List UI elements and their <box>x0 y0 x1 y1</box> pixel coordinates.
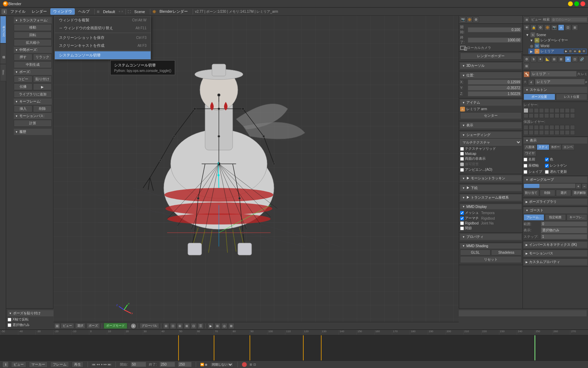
rp-icon-2[interactable]: 🔆 <box>466 17 473 23</box>
viewport-icon-2[interactable]: ⊡ <box>170 323 176 329</box>
cursor-header[interactable]: 3Dカーソル <box>460 63 521 69</box>
calculate-button[interactable]: 計算 <box>14 120 52 127</box>
player-16[interactable] <box>549 130 554 135</box>
end-value[interactable] <box>468 38 521 43</box>
remove-btn[interactable]: 削除 <box>540 190 555 196</box>
player-9[interactable] <box>565 125 570 130</box>
custom-prop-header[interactable]: カスタムプロパティ <box>524 259 587 265</box>
layer-19[interactable] <box>565 113 570 118</box>
r-ctrl-2[interactable]: ⊡ <box>568 49 572 53</box>
global-btn[interactable]: グローバル <box>140 323 159 329</box>
render-engine[interactable]: Blenderレンダー <box>157 8 191 15</box>
player-10[interactable] <box>570 125 575 130</box>
viewport-icon-4[interactable]: ⊠ <box>184 323 190 329</box>
xray-opt[interactable]: レントゲン <box>545 163 567 168</box>
rigid-opt[interactable]: Rigidbod Joint Na <box>460 221 521 225</box>
render-border-btn[interactable]: レンダーボーダー <box>460 53 521 60</box>
select-btn[interactable]: 選択 <box>556 190 571 196</box>
vp-view-btn[interactable]: ビュー <box>61 323 74 329</box>
filter-icon-4[interactable]: 🔆 <box>544 24 550 31</box>
glsl-btn[interactable]: GLSL <box>460 250 490 255</box>
prop-icon-5[interactable]: ⊞ <box>551 56 557 62</box>
layout-menu[interactable]: Default <box>100 9 118 14</box>
shape-opt[interactable]: シェイプ <box>524 169 542 174</box>
armature-opt[interactable]: アーマチ Rigidbod <box>460 216 521 221</box>
rp-icon-1[interactable]: 📷 <box>460 17 466 23</box>
prop-icon-7[interactable]: A <box>565 56 571 62</box>
tree-render-layer[interactable]: ▼ R レンダーレイヤー <box>528 38 587 43</box>
layer-8[interactable] <box>560 108 565 113</box>
paste-section[interactable]: ポーズを貼り付け <box>12 310 53 316</box>
tree-world[interactable]: ◎ W World <box>528 43 587 49</box>
prop-icon-3[interactable]: ✦ <box>537 56 544 62</box>
start-field[interactable] <box>131 362 146 367</box>
help-menu[interactable]: ヘルプ <box>75 8 92 15</box>
player-13[interactable] <box>534 130 539 135</box>
render-icon-2[interactable]: ⊞ <box>214 323 221 329</box>
layer-1[interactable] <box>524 108 528 113</box>
shadeless-btn[interactable]: Shadeless <box>491 250 521 255</box>
player-12[interactable] <box>529 130 534 135</box>
layer-4[interactable] <box>539 108 544 113</box>
reset-btn[interactable]: リセット <box>460 256 521 263</box>
prop-icon-8[interactable]: ⊡ <box>572 56 578 62</box>
prop-icon-10[interactable]: ⊞ <box>524 63 530 69</box>
end-field[interactable] <box>160 362 175 367</box>
name-opt[interactable]: 名前 <box>524 157 542 162</box>
layer-5[interactable] <box>544 108 549 113</box>
timeline-content[interactable] <box>0 335 588 360</box>
r-ctrl-1[interactable]: ▶ <box>564 49 568 53</box>
player-1[interactable] <box>524 125 528 130</box>
bpose-btn[interactable]: Bポー <box>550 144 561 150</box>
generate-button[interactable]: 中割生成 <box>14 61 52 68</box>
play-btn[interactable]: 再生 <box>72 361 83 368</box>
layer-16[interactable] <box>549 113 554 118</box>
render-icon-4[interactable]: ⊠ <box>228 323 234 329</box>
object-name-field[interactable] <box>530 71 577 77</box>
matcap-opt[interactable]: Matcap <box>460 152 521 156</box>
keyframe-section[interactable]: キーフレーム: <box>14 98 52 105</box>
ghost-header[interactable]: ゴースト <box>524 207 587 213</box>
viewport-icon-1[interactable]: ⊞ <box>163 323 169 329</box>
r-ctrl-4[interactable]: 🔒 <box>577 49 581 53</box>
maximize-button[interactable] <box>574 1 579 6</box>
relax-button[interactable]: リラック <box>33 54 52 61</box>
propagate-button[interactable]: 伝播 <box>14 83 32 90</box>
player-2[interactable] <box>529 125 534 130</box>
armature-filter-icon[interactable]: A <box>558 24 564 31</box>
copy-button[interactable]: コピー <box>14 76 32 83</box>
display-header-frp[interactable]: 表示 <box>524 137 587 144</box>
prop-icon-4[interactable]: 📐 <box>544 56 550 62</box>
marker-btn[interactable]: マーカー <box>29 361 48 368</box>
env-opt[interactable]: 接写背景 <box>460 162 521 167</box>
tree-scene[interactable]: ▼ S Scene <box>524 32 587 38</box>
ao-opt[interactable]: アンビエン...(AO) <box>460 167 521 172</box>
item-header[interactable]: アイテム <box>460 99 521 106</box>
motion-path-header[interactable]: モーションパス <box>524 250 587 256</box>
player-17[interactable] <box>555 130 559 135</box>
pose-library-header[interactable]: ポーズライブラリ <box>524 199 587 205</box>
player-11[interactable] <box>524 130 528 135</box>
menu-item-duplicate[interactable]: ウィンドウを複製 Ctrl Alt W <box>55 16 151 24</box>
pose-mode-button[interactable]: ポーズモード <box>104 323 127 329</box>
texture-solid-opt[interactable]: テクスチャソリッド <box>460 146 521 151</box>
motion-path-section[interactable]: モーションパス: <box>14 113 52 119</box>
selected-only-option[interactable]: 選択物のみ <box>12 323 53 327</box>
player-19[interactable] <box>565 130 570 135</box>
view-btn[interactable]: ビュー <box>11 361 26 368</box>
frame-btn[interactable]: フレーム... <box>524 214 544 221</box>
scene-filter[interactable]: 全てのシーン <box>551 17 587 22</box>
prop-icon-6[interactable]: ⊠ <box>558 56 564 62</box>
current-frame-field[interactable] <box>178 362 192 367</box>
motion-track-header[interactable]: ▶ モーショントラッキン <box>460 175 521 181</box>
player-3[interactable] <box>534 125 539 130</box>
backface-opt[interactable]: 両面の非表示 <box>460 156 521 161</box>
render-icon-1[interactable]: ▶ <box>207 323 214 329</box>
center-btn[interactable]: センター <box>460 112 521 119</box>
player-5[interactable] <box>544 125 549 130</box>
sidebar-tab-pose[interactable]: ポーズツール <box>0 16 6 43</box>
layer-11[interactable] <box>524 113 528 118</box>
viewport-icon-6[interactable]: ☰ <box>197 323 204 329</box>
pose-section[interactable]: ポーズ: <box>14 69 52 75</box>
viewport-icon-3[interactable]: ⊞ <box>177 323 183 329</box>
